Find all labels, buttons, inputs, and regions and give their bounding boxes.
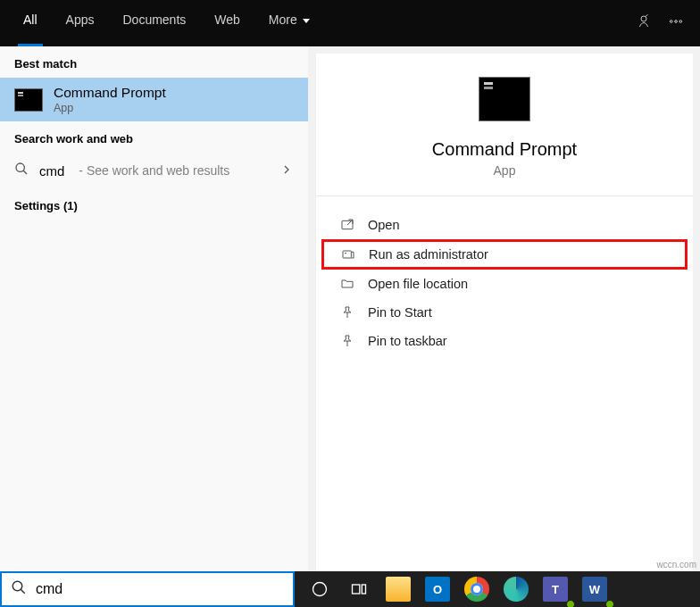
- feedback-icon[interactable]: [636, 13, 652, 33]
- web-hint: - See work and web results: [79, 163, 229, 178]
- tabs-container: All Apps Documents Web More: [0, 0, 324, 46]
- svg-rect-13: [353, 585, 360, 594]
- task-view-button[interactable]: [341, 571, 377, 607]
- more-options-icon[interactable]: [668, 13, 684, 33]
- tab-more[interactable]: More: [254, 0, 324, 46]
- pin-start-icon: [339, 305, 355, 320]
- web-query: cmd: [39, 163, 64, 179]
- main-area: Best match Command Prompt App Search wor…: [0, 46, 700, 571]
- taskbar: [295, 571, 700, 607]
- tab-apps[interactable]: Apps: [52, 0, 109, 46]
- tab-all[interactable]: All: [9, 0, 52, 46]
- tab-web[interactable]: Web: [200, 0, 254, 46]
- result-subtitle: App: [54, 102, 166, 114]
- taskbar-app-word[interactable]: [577, 571, 612, 607]
- action-open-file-location[interactable]: Open file location: [321, 270, 688, 298]
- status-badge-icon: [605, 600, 614, 607]
- svg-line-11: [21, 589, 25, 594]
- svg-line-5: [23, 170, 27, 174]
- best-match-header: Best match: [0, 46, 308, 78]
- open-icon: [339, 218, 355, 232]
- svg-rect-14: [362, 585, 365, 594]
- preview-title: Command Prompt: [432, 139, 577, 160]
- svg-point-12: [313, 583, 327, 596]
- svg-point-1: [670, 21, 672, 23]
- preview-header: Command Prompt App: [316, 54, 693, 196]
- search-icon: [14, 162, 29, 179]
- outlook-icon: [425, 577, 450, 602]
- svg-point-3: [679, 21, 682, 23]
- folder-location-icon: [339, 277, 355, 291]
- actions-list: Open Run as administrator Open file loca…: [316, 196, 693, 370]
- search-input[interactable]: [36, 581, 284, 597]
- result-title: Command Prompt: [54, 85, 166, 101]
- taskbar-search-box[interactable]: [0, 571, 295, 607]
- action-pin-to-start[interactable]: Pin to Start: [321, 298, 688, 327]
- taskbar-app-edge[interactable]: [498, 571, 534, 607]
- edge-icon: [504, 577, 529, 602]
- preview-pane: Command Prompt App Open Run as administr…: [315, 54, 693, 571]
- action-open[interactable]: Open: [321, 211, 688, 239]
- taskbar-app-teams[interactable]: [538, 571, 573, 607]
- search-icon: [11, 579, 27, 599]
- result-text: Command Prompt App: [54, 85, 166, 114]
- svg-point-4: [16, 163, 24, 171]
- svg-rect-7: [343, 251, 351, 258]
- cortana-button[interactable]: [302, 571, 338, 607]
- tab-documents[interactable]: Documents: [108, 0, 200, 46]
- chrome-icon: [464, 577, 489, 602]
- action-run-as-administrator[interactable]: Run as administrator: [321, 239, 688, 270]
- results-pane: Best match Command Prompt App Search wor…: [0, 46, 308, 571]
- svg-point-10: [12, 581, 22, 591]
- command-prompt-icon: [14, 88, 43, 112]
- search-web-header: Search work and web: [0, 121, 308, 153]
- admin-shield-icon: [340, 247, 356, 262]
- teams-icon: [543, 577, 568, 602]
- action-open-label: Open: [368, 218, 399, 232]
- chevron-down-icon: [303, 19, 310, 23]
- search-tabs-bar: All Apps Documents Web More: [0, 0, 700, 46]
- web-result-cmd[interactable]: cmd - See work and web results: [0, 153, 308, 188]
- word-icon: [582, 577, 607, 602]
- watermark: wccn.com: [657, 560, 696, 570]
- file-explorer-icon: [386, 577, 411, 602]
- pin-taskbar-icon: [339, 334, 355, 348]
- chevron-right-icon: [281, 162, 292, 179]
- action-pin-taskbar-label: Pin to taskbar: [368, 334, 447, 348]
- svg-point-0: [641, 16, 646, 21]
- taskbar-app-chrome[interactable]: [459, 571, 495, 607]
- action-pin-to-taskbar[interactable]: Pin to taskbar: [321, 327, 688, 355]
- bottom-bar: [0, 571, 700, 607]
- action-pin-start-label: Pin to Start: [368, 305, 432, 320]
- action-open-loc-label: Open file location: [368, 277, 468, 291]
- svg-point-2: [675, 21, 678, 23]
- preview-subtitle: App: [494, 163, 516, 178]
- taskbar-app-outlook[interactable]: [420, 571, 455, 607]
- status-badge-icon: [566, 600, 575, 607]
- taskbar-app-file-explorer[interactable]: [380, 571, 416, 607]
- header-icons: [636, 0, 700, 46]
- action-run-admin-label: Run as administrator: [369, 247, 488, 262]
- result-command-prompt[interactable]: Command Prompt App: [0, 78, 308, 121]
- settings-header[interactable]: Settings (1): [0, 188, 308, 220]
- tab-more-label: More: [269, 12, 297, 27]
- preview-app-icon: [479, 77, 530, 121]
